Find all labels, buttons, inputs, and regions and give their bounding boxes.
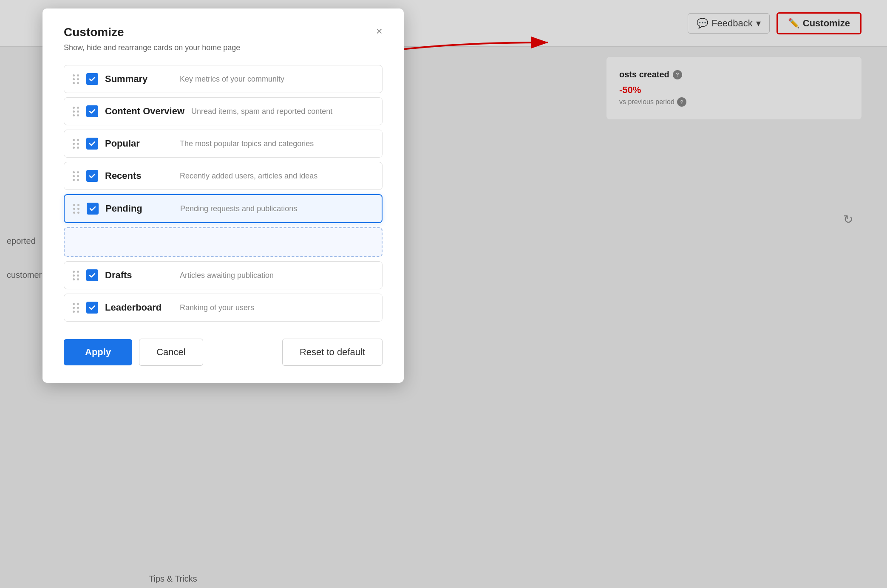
drag-dot [77, 110, 79, 113]
drag-dot [77, 271, 79, 273]
card-name-popular: Popular [105, 138, 173, 149]
cards-list: SummaryKey metrics of your communityCont… [64, 65, 383, 322]
card-desc-leaderboard: Ranking of your users [180, 303, 254, 312]
drag-dot [77, 82, 79, 84]
drag-dot [73, 143, 75, 145]
reset-to-default-button[interactable]: Reset to default [282, 339, 383, 366]
card-item-popular[interactable]: PopularThe most popular topics and categ… [64, 130, 383, 158]
card-item-dropzone[interactable] [64, 227, 383, 257]
card-desc-summary: Key metrics of your community [180, 75, 284, 84]
drag-dot [77, 74, 79, 76]
card-desc-drafts: Articles awaiting publication [180, 271, 274, 280]
drag-dot [73, 82, 75, 84]
drag-dot [77, 204, 79, 206]
drag-dot [77, 274, 79, 277]
card-name-content: Content Overview [105, 106, 184, 117]
card-item-leaderboard[interactable]: LeaderboardRanking of your users [64, 294, 383, 322]
drag-dot [77, 78, 79, 80]
drag-dot [73, 171, 75, 173]
drag-dot [73, 212, 75, 214]
cancel-button[interactable]: Cancel [139, 339, 203, 366]
drag-dot [77, 208, 79, 210]
drag-dot [77, 114, 79, 116]
card-desc-popular: The most popular topics and categories [180, 139, 314, 148]
drag-handle[interactable] [73, 271, 79, 280]
drag-dot [73, 139, 75, 141]
drag-dot [77, 311, 79, 313]
card-name-drafts: Drafts [105, 270, 173, 281]
drag-dot [73, 110, 75, 113]
drag-dot [73, 208, 75, 210]
card-name-summary: Summary [105, 74, 173, 85]
drag-dot [73, 147, 75, 149]
modal-header: Customize × [64, 25, 383, 39]
drag-handle[interactable] [73, 303, 79, 313]
card-item-content[interactable]: Content OverviewUnread items, spam and r… [64, 97, 383, 125]
drag-handle[interactable] [73, 74, 79, 84]
drag-dot [73, 204, 75, 206]
checkbox-drafts[interactable] [86, 269, 98, 281]
drag-dot [73, 274, 75, 277]
drag-handle[interactable] [73, 171, 79, 181]
drag-dot [77, 147, 79, 149]
card-desc-pending: Pending requests and publications [180, 204, 297, 213]
drag-dot [77, 179, 79, 181]
drag-handle[interactable] [73, 107, 79, 116]
card-desc-recents: Recently added users, articles and ideas [180, 172, 317, 181]
drag-dot [73, 179, 75, 181]
drag-dot [77, 143, 79, 145]
drag-dot [77, 139, 79, 141]
modal-footer: Apply Cancel Reset to default [64, 334, 383, 366]
checkbox-summary[interactable] [86, 73, 98, 85]
drag-dot [73, 175, 75, 177]
drag-dot [73, 78, 75, 80]
card-name-pending: Pending [105, 203, 173, 214]
drag-dot [73, 271, 75, 273]
customize-modal: Customize × Show, hide and rearrange car… [43, 8, 404, 383]
card-item-recents[interactable]: RecentsRecently added users, articles an… [64, 162, 383, 190]
drag-handle[interactable] [73, 139, 79, 149]
checkbox-content[interactable] [86, 105, 98, 117]
checkbox-pending[interactable] [87, 203, 99, 215]
drag-handle[interactable] [73, 204, 80, 214]
card-item-drafts[interactable]: DraftsArticles awaiting publication [64, 261, 383, 289]
drag-dot [77, 175, 79, 177]
drag-dot [73, 107, 75, 109]
modal-subtitle: Show, hide and rearrange cards on your h… [64, 43, 383, 52]
tips-tricks-label: Tips & Tricks [149, 574, 197, 584]
drag-dot [77, 278, 79, 280]
drag-dot [77, 303, 79, 305]
drag-dot [77, 212, 79, 214]
card-desc-content: Unread items, spam and reported content [191, 107, 332, 116]
close-button[interactable]: × [376, 25, 383, 37]
drag-dot [73, 311, 75, 313]
drag-dot [77, 107, 79, 109]
apply-button[interactable]: Apply [64, 339, 132, 365]
drag-dot [73, 303, 75, 305]
drag-dot [73, 74, 75, 76]
card-item-pending[interactable]: PendingPending requests and publications [64, 194, 383, 223]
drag-dot [77, 307, 79, 309]
checkbox-recents[interactable] [86, 170, 98, 182]
modal-title: Customize [64, 25, 124, 39]
card-name-recents: Recents [105, 170, 173, 181]
checkbox-leaderboard[interactable] [86, 302, 98, 314]
card-item-summary[interactable]: SummaryKey metrics of your community [64, 65, 383, 93]
drag-dot [77, 171, 79, 173]
card-name-leaderboard: Leaderboard [105, 302, 173, 313]
drag-dot [73, 307, 75, 309]
checkbox-popular[interactable] [86, 138, 98, 150]
drag-dot [73, 114, 75, 116]
drag-dot [73, 278, 75, 280]
